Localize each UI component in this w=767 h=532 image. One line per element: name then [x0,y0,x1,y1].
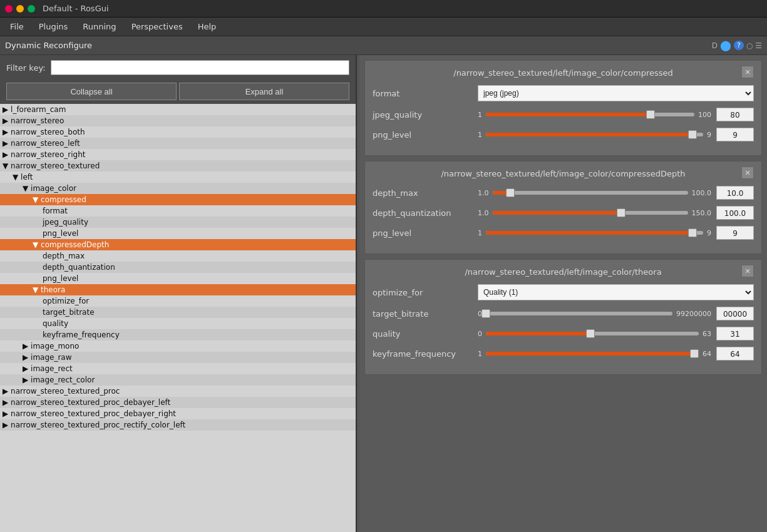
tree-item[interactable]: ▶ image_rect [0,363,356,374]
tree-item[interactable]: ▶ narrow_stereo [0,115,356,126]
tree-item[interactable]: target_bitrate [0,307,356,318]
tree-item[interactable]: ▶ narrow_stereo_left [0,138,356,149]
tree-item[interactable]: ▼ compressedDepth [0,239,356,250]
slider-thumb[interactable] [646,110,655,119]
slider-value[interactable]: 9 [716,226,754,240]
config-close-button[interactable]: ✕ [741,66,754,78]
slider-track[interactable] [486,312,672,315]
tree-item[interactable]: jpeg_quality [0,217,356,228]
tree-item[interactable]: keyframe_frequency [0,329,356,340]
slider-thumb[interactable] [506,188,515,197]
tree-item[interactable]: depth_quantization [0,262,356,273]
menubar: File Plugins Running Perspectives Help [0,18,767,36]
menu-file[interactable]: File [3,19,31,34]
help-icon[interactable]: ? [734,41,744,50]
minimize-button[interactable] [16,5,24,13]
slider-thumb[interactable] [481,309,490,318]
tree-item[interactable]: quality [0,318,356,329]
config-row: png_level199 [373,128,754,141]
config-row: quality06331 [373,327,754,340]
tree-item[interactable]: ▼ compressed [0,194,356,205]
config-row-label: depth_quantization [373,208,473,218]
slider-min-label: 1 [478,350,482,358]
collapse-all-button[interactable]: Collapse all [6,83,177,100]
config-close-button[interactable]: ✕ [741,166,754,179]
tree-item[interactable]: ▶ narrow_stereo_textured_proc [0,386,356,397]
config-close-button[interactable]: ✕ [741,265,754,277]
slider-thumb[interactable] [688,228,697,237]
config-row: depth_max1.0100.010.0 [373,186,754,200]
tree-item[interactable]: ▶ narrow_stereo_textured_proc_rectify_co… [0,419,356,431]
menu-running[interactable]: Running [75,19,123,34]
tree-item[interactable]: ▶ narrow_stereo_textured_proc_debayer_ri… [0,408,356,419]
menu-perspectives[interactable]: Perspectives [124,19,190,34]
tree-item[interactable]: ▶ narrow_stereo_right [0,149,356,160]
slider-track[interactable] [486,352,699,356]
slider-container: 1.0150.0 [478,209,711,217]
slider-thumb[interactable] [586,329,595,338]
config-row-label: depth_max [373,188,473,198]
close-button[interactable] [5,5,13,13]
config-row: target_bitrate09920000000000 [373,307,754,320]
slider-track[interactable] [493,211,688,215]
slider-track[interactable] [493,191,688,195]
tree-container[interactable]: ▶ l_forearm_cam▶ narrow_stereo▶ narrow_s… [0,104,356,532]
slider-container: 1100 [478,111,711,119]
slider-value[interactable]: 31 [716,327,754,340]
slider-track[interactable] [486,332,699,335]
slider-value[interactable]: 10.0 [716,186,754,200]
slider-thumb[interactable] [690,349,699,358]
slider-thumb[interactable] [617,208,625,217]
slider-track[interactable] [486,231,703,235]
menu-help[interactable]: Help [190,19,224,34]
filter-label: Filter key: [6,63,46,73]
menu-plugins[interactable]: Plugins [31,19,76,34]
slider-min-label: 1.0 [478,209,489,217]
tree-item[interactable]: format [0,205,356,217]
tree-item[interactable]: ▼ image_color [0,183,356,194]
slider-thumb[interactable] [688,130,697,139]
maximize-button[interactable] [28,5,35,13]
config-select-format[interactable]: jpeg (jpeg)png (png) [478,85,754,101]
config-row: optimize_forQuality (1)Framerate (0) [373,284,754,300]
tree-item[interactable]: ▶ image_mono [0,340,356,352]
slider-fill [486,113,651,116]
config-row-label: png_level [373,130,473,140]
right-panel: /narrow_stereo_textured/left/image_color… [359,55,767,532]
config-row-label: quality [373,329,473,339]
tree-item[interactable]: depth_max [0,250,356,262]
tree-item[interactable]: ▶ image_rect_color [0,374,356,386]
tree-item[interactable]: ▼ narrow_stereo_textured [0,160,356,171]
config-panel-panel3: /narrow_stereo_textured/left/image_color… [364,259,762,375]
config-row-label: optimize_for [373,288,473,297]
tree-item[interactable]: ▼ left [0,171,356,183]
tree-item[interactable]: png_level [0,273,356,284]
slider-value[interactable]: 100.0 [716,206,754,220]
slider-value[interactable]: 9 [716,128,754,141]
slider-fill [486,231,692,235]
slider-container: 063 [478,330,711,338]
slider-value[interactable]: 64 [716,347,754,361]
slider-track[interactable] [486,113,694,116]
config-panel-title: /narrow_stereo_textured/left/image_color… [373,169,754,178]
slider-max-label: 100.0 [692,189,712,197]
tree-item[interactable]: png_level [0,228,356,239]
slider-max-label: 99200000 [676,310,711,318]
tree-item[interactable]: ▶ l_forearm_cam [0,104,356,115]
slider-track[interactable] [486,133,703,136]
expand-all-button[interactable]: Expand all [179,83,349,100]
config-select-optimize_for[interactable]: Quality (1)Framerate (0) [478,284,754,300]
slider-value[interactable]: 00000 [716,307,754,320]
slider-max-label: 150.0 [692,209,712,217]
slider-value[interactable]: 80 [716,108,754,121]
tree-item[interactable]: ▶ image_raw [0,352,356,363]
menu-icon[interactable]: ☰ [755,41,762,50]
slider-max-label: 9 [707,229,711,237]
tree-item[interactable]: ▼ theora [0,284,356,295]
config-panel-panel1: /narrow_stereo_textured/left/image_color… [364,60,762,156]
slider-min-label: 1 [478,229,482,237]
tree-item[interactable]: ▶ narrow_stereo_both [0,126,356,138]
tree-item[interactable]: optimize_for [0,295,356,307]
filter-input[interactable] [51,60,349,75]
tree-item[interactable]: ▶ narrow_stereo_textured_proc_debayer_le… [0,397,356,408]
